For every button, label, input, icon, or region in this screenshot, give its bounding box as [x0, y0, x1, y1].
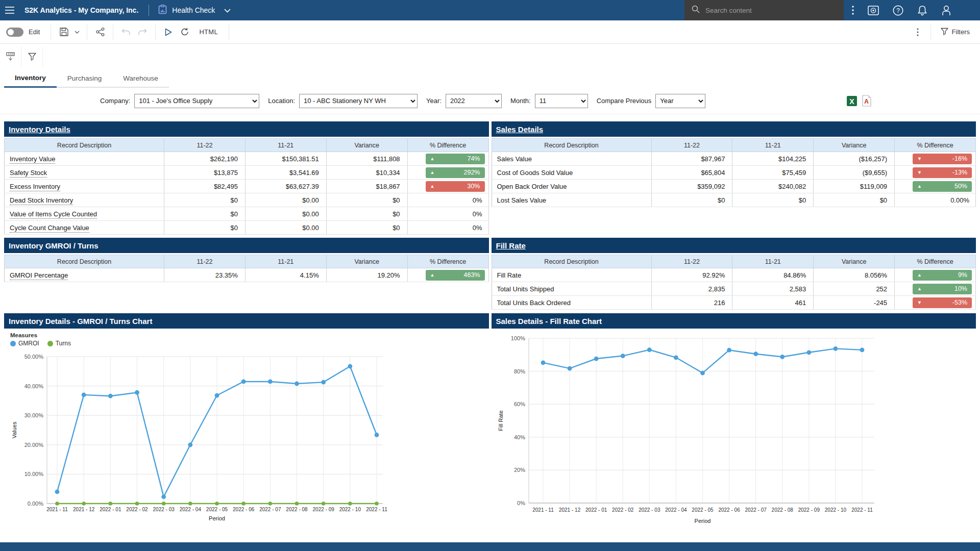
- data-point[interactable]: [348, 502, 352, 506]
- sales-details-table: Record Description11-2211-21Variance% Di…: [492, 138, 976, 207]
- share-icon[interactable]: [92, 24, 108, 40]
- arrow-up-icon: ▲: [430, 170, 435, 175]
- legend-title: Measures: [10, 332, 489, 338]
- record-description[interactable]: GMROI Percentage: [10, 271, 68, 280]
- trend-badge: ▲74%: [426, 154, 485, 164]
- help-icon[interactable]: ?: [893, 5, 903, 16]
- data-point[interactable]: [55, 502, 59, 506]
- difference-value: 30%: [467, 183, 480, 190]
- data-point[interactable]: [375, 502, 379, 506]
- data-point[interactable]: [188, 502, 192, 506]
- svg-text:2021 - 11: 2021 - 11: [532, 507, 554, 513]
- overflow-menu-icon[interactable]: [852, 6, 854, 15]
- menu-icon[interactable]: [0, 0, 19, 20]
- run-icon[interactable]: [160, 24, 177, 40]
- data-point[interactable]: [753, 352, 758, 356]
- data-point[interactable]: [268, 380, 273, 384]
- prompt-filter-icon[interactable]: [21, 46, 43, 67]
- data-point[interactable]: [109, 502, 113, 506]
- export-excel-icon[interactable]: X: [846, 95, 857, 107]
- assistant-icon[interactable]: [868, 6, 879, 15]
- save-chevron-icon[interactable]: [72, 24, 82, 40]
- account-icon[interactable]: [941, 5, 951, 16]
- export-pdf-icon[interactable]: A: [862, 95, 872, 107]
- inventory-details-title[interactable]: Inventory Details: [9, 125, 70, 134]
- compare-previous-select[interactable]: Year: [655, 94, 705, 108]
- tab-purchasing[interactable]: Purchasing: [57, 69, 113, 88]
- search-input[interactable]: Search content: [684, 0, 844, 20]
- data-point[interactable]: [215, 393, 219, 398]
- value-cell: $0.00: [245, 207, 326, 221]
- data-point[interactable]: [567, 366, 572, 371]
- legend-items: GMROI Turns: [10, 340, 489, 347]
- edit-toggle[interactable]: [6, 28, 23, 37]
- record-description[interactable]: Safety Stock: [10, 169, 47, 178]
- data-point[interactable]: [860, 347, 864, 352]
- year-select[interactable]: 2022: [446, 94, 502, 108]
- data-point[interactable]: [321, 380, 326, 385]
- data-point[interactable]: [268, 502, 273, 506]
- data-point[interactable]: [647, 347, 651, 352]
- data-point[interactable]: [806, 350, 811, 355]
- data-point[interactable]: [295, 382, 299, 386]
- record-description[interactable]: Value of Items Cycle Counted: [10, 210, 97, 219]
- filters-button[interactable]: Filters: [936, 28, 975, 37]
- notifications-icon[interactable]: [917, 5, 927, 16]
- data-point[interactable]: [322, 502, 326, 506]
- trend-badge: ▲9%: [913, 270, 972, 281]
- data-point[interactable]: [674, 355, 678, 360]
- data-point[interactable]: [295, 502, 299, 506]
- data-point[interactable]: [780, 355, 785, 359]
- data-point[interactable]: [162, 502, 166, 506]
- sales-details-title[interactable]: Sales Details: [496, 125, 544, 134]
- data-point[interactable]: [161, 494, 166, 499]
- view-switcher[interactable]: Health Check: [158, 5, 231, 16]
- gmroi-chart-title: Inventory Details - GMROI / Turns Chart: [9, 317, 152, 325]
- html-mode-button[interactable]: HTML: [193, 28, 224, 36]
- data-point[interactable]: [348, 364, 352, 369]
- legend-item-turns[interactable]: Turns: [47, 340, 71, 347]
- redo-icon[interactable]: [134, 24, 151, 40]
- legend-item-gmroi[interactable]: GMROI: [10, 340, 39, 347]
- data-point[interactable]: [82, 392, 86, 397]
- data-point[interactable]: [594, 357, 598, 361]
- difference-value: 10%: [954, 285, 967, 292]
- data-point[interactable]: [375, 433, 379, 437]
- kebab-menu-icon[interactable]: [910, 24, 926, 40]
- data-point[interactable]: [833, 346, 838, 351]
- month-select[interactable]: 11: [535, 94, 588, 108]
- data-point[interactable]: [241, 380, 246, 384]
- refresh-icon[interactable]: [177, 24, 193, 40]
- toolbar-separator: [113, 24, 113, 40]
- undo-icon[interactable]: [118, 24, 134, 40]
- record-description[interactable]: Excess Inventory: [10, 183, 60, 191]
- data-point[interactable]: [82, 502, 86, 506]
- table-row: Dead Stock Inventory$0$0.00$00%: [5, 193, 489, 207]
- data-point[interactable]: [620, 354, 625, 358]
- data-point[interactable]: [188, 442, 192, 447]
- data-point[interactable]: [541, 360, 545, 365]
- data-point[interactable]: [727, 348, 731, 353]
- location-select[interactable]: 10 - ABC Stationery NY WH: [299, 94, 418, 108]
- data-point[interactable]: [700, 371, 705, 375]
- data-point[interactable]: [135, 390, 139, 395]
- data-point[interactable]: [108, 394, 113, 398]
- data-point[interactable]: [215, 502, 219, 506]
- tab-warehouse[interactable]: Warehouse: [112, 69, 169, 88]
- record-description[interactable]: Inventory Value: [10, 155, 55, 164]
- column-header: Record Description: [492, 255, 651, 268]
- record-description[interactable]: Cycle Count Change Value: [10, 224, 89, 233]
- record-description-cell: Open Back Order Value: [492, 180, 651, 193]
- data-point[interactable]: [241, 502, 246, 506]
- record-description[interactable]: Dead Stock Inventory: [10, 196, 73, 205]
- record-description-cell: Excess Inventory: [5, 180, 164, 193]
- tab-inventory[interactable]: Inventory: [4, 69, 57, 88]
- company-select[interactable]: 101 - Joe's Office Supply: [134, 94, 259, 108]
- data-point[interactable]: [135, 502, 139, 506]
- data-point[interactable]: [55, 490, 60, 494]
- prompt-toolbar-icon[interactable]: [0, 46, 21, 67]
- fill-rate-title[interactable]: Fill Rate: [496, 241, 526, 250]
- save-icon[interactable]: [56, 24, 72, 40]
- table-row: Open Back Order Value$359,092$240,082$11…: [492, 180, 976, 193]
- svg-text:2022 - 10: 2022 - 10: [339, 507, 361, 512]
